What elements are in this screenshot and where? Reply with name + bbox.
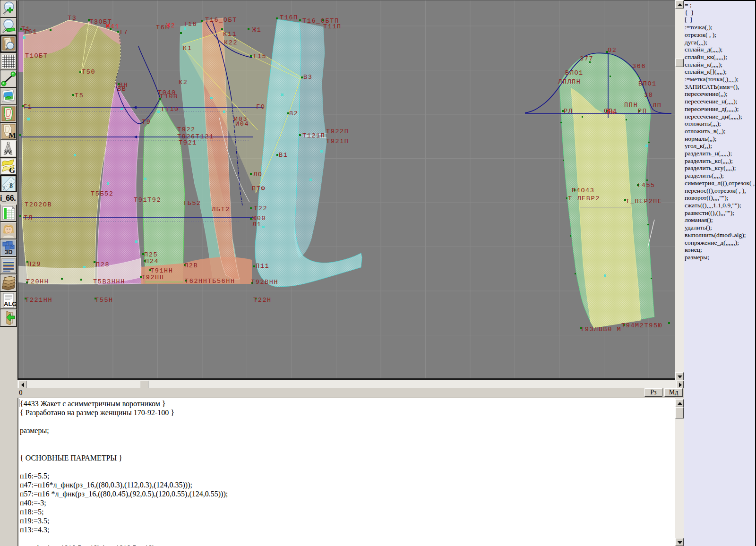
svg-text:Т62ННТБ56НН: Т62ННТБ56НН xyxy=(185,278,235,285)
svg-text:ППН: ППН xyxy=(624,102,638,109)
svg-text:Т_ПЕР2ПЕ: Т_ПЕР2ПЕ xyxy=(626,198,662,205)
svg-text:П29: П29 xyxy=(27,261,41,268)
svg-text:П11: П11 xyxy=(256,263,269,270)
svg-text:Т16П: Т16П xyxy=(280,14,298,21)
svg-text:Т10В: Т10В xyxy=(160,93,178,100)
svg-text:Т20НН: Т20НН xyxy=(26,278,49,285)
svg-text:Т16_ОБТ: Т16_ОБТ xyxy=(205,17,237,24)
svg-text:Т1ОБТ: Т1ОБТ xyxy=(25,52,48,60)
svg-text:38: 38 xyxy=(644,92,653,99)
svg-text:Т455: Т455 xyxy=(637,182,655,189)
svg-text:Т61: Т61 xyxy=(24,28,37,35)
svg-text:ALG: ALG xyxy=(4,300,16,307)
svg-text:Л1: Л1 xyxy=(252,221,261,228)
svg-text:Т921: Т921 xyxy=(179,139,197,146)
svg-text:377: 377 xyxy=(580,55,593,62)
svg-text:П25: П25 xyxy=(144,251,158,258)
svg-text:К1: К1 xyxy=(183,45,192,52)
svg-text:ПТФ: ПТФ xyxy=(252,185,266,192)
svg-text:Т93ЛВВ0 М: Т93ЛВВ0 М xyxy=(580,326,621,333)
svg-text:П28: П28 xyxy=(96,261,110,268)
svg-text:Т922П: Т922П xyxy=(326,128,349,135)
svg-text:Т22: Т22 xyxy=(254,205,267,212)
svg-text:Т91Т92: Т91Т92 xyxy=(134,196,161,204)
svg-text:ЛО: ЛО xyxy=(253,171,262,178)
svg-text:И04: И04 xyxy=(235,120,249,128)
svg-text:Т3: Т3 xyxy=(68,15,77,22)
svg-text:366: 366 xyxy=(632,63,646,70)
svg-text:В2: В2 xyxy=(289,110,298,117)
svg-text:Т2О2ОВ: Т2О2ОВ xyxy=(25,201,52,208)
svg-text:ЛП: ЛП xyxy=(652,102,662,109)
svg-text:Т22Н: Т22Н xyxy=(253,297,272,304)
svg-text:Ж2: Ж2 xyxy=(166,22,175,29)
svg-text:ГО: ГО xyxy=(256,103,265,111)
svg-text:ОК: ОК xyxy=(607,109,616,116)
svg-text:G: G xyxy=(9,166,15,174)
svg-text:Т16: Т16 xyxy=(183,21,197,28)
svg-text:ВВ: ВВ xyxy=(117,85,126,93)
svg-text:7: 7 xyxy=(3,186,5,191)
svg-text:Т15: Т15 xyxy=(253,53,266,60)
svg-text:Т221НН: Т221НН xyxy=(25,297,52,304)
svg-text:Т5Б52: Т5Б52 xyxy=(91,190,114,197)
svg-text:8: 8 xyxy=(9,182,13,189)
svg-text:ТЛ: ТЛ xyxy=(24,214,33,222)
svg-text:В3: В3 xyxy=(303,74,312,81)
svg-text:Ж1: Ж1 xyxy=(252,26,261,34)
svg-text:П2В: П2В xyxy=(184,262,198,269)
svg-text:Т922: Т922 xyxy=(177,126,196,133)
svg-text:ТБ52: ТБ52 xyxy=(183,200,201,207)
svg-text:ЛБТ2: ЛБТ2 xyxy=(211,206,230,213)
svg-text:К2: К2 xyxy=(179,79,188,86)
svg-text:Т_ЛЕВР2: Т_ЛЕВР2 xyxy=(568,195,600,202)
svg-text:ТТ10: ТТ10 xyxy=(161,106,179,113)
svg-text:Т5ВЗННН: Т5ВЗННН xyxy=(93,278,125,285)
svg-text:РЛ: РЛ xyxy=(564,108,573,115)
svg-text:Т92НН: Т92НН xyxy=(141,274,164,281)
svg-text:О2: О2 xyxy=(608,47,617,54)
svg-text:Т92ВНН: Т92ВНН xyxy=(251,279,278,286)
svg-text:ВПО1: ВПО1 xyxy=(638,80,657,87)
svg-text:ВЛО1: ВЛО1 xyxy=(565,69,584,77)
svg-text:Т91НН: Т91НН xyxy=(150,267,173,274)
svg-text:Т55Н: Т55Н xyxy=(95,297,113,304)
svg-text:В1: В1 xyxy=(279,152,288,159)
svg-text:M: M xyxy=(9,131,16,139)
svg-text:Т7: Т7 xyxy=(119,29,128,36)
svg-text:ЛПЛПН: ЛПЛПН xyxy=(558,78,581,85)
svg-text:Т5: Т5 xyxy=(75,92,84,99)
svg-text:3D: 3D xyxy=(5,248,13,256)
svg-text:Т921П: Т921П xyxy=(326,138,349,145)
svg-text:Т50: Т50 xyxy=(82,68,95,76)
svg-text:Т121П: Т121П xyxy=(302,132,326,139)
svg-text:РП: РП xyxy=(638,108,647,115)
svg-text:П4О43: П4О43 xyxy=(572,187,595,194)
svg-text:К22: К22 xyxy=(224,39,238,46)
svg-text:К11: К11 xyxy=(223,31,237,38)
svg-text:П24: П24 xyxy=(145,258,159,265)
svg-text:М41: М41 xyxy=(106,23,120,30)
svg-text:Т9: Т9 xyxy=(142,119,151,126)
svg-text:Г1: Г1 xyxy=(23,103,32,111)
svg-text:Т94М2Т95Ю: Т94М2Т95Ю xyxy=(621,322,662,329)
svg-text:Т11П: Т11П xyxy=(323,23,342,30)
